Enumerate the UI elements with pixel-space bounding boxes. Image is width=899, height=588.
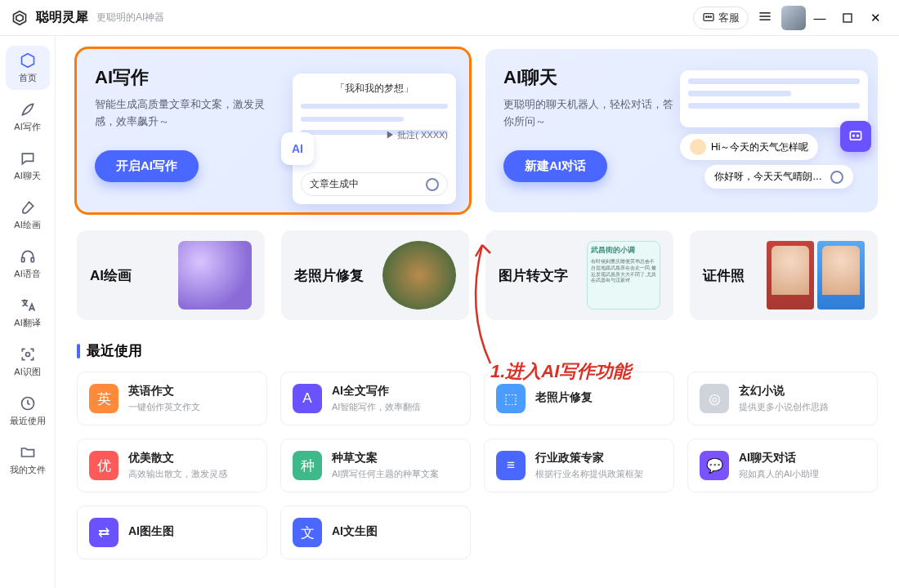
recent-heading: 最近使用 bbox=[77, 341, 878, 360]
sidebar-item-vision[interactable]: AI识图 bbox=[6, 340, 50, 384]
tile-title: 图片转文字 bbox=[499, 266, 568, 285]
sidebar-item-label: AI绘画 bbox=[14, 219, 40, 231]
chat-bubble-1: Hi～今天的天气怎样呢 bbox=[680, 134, 818, 160]
chat-icon bbox=[702, 11, 715, 24]
sidebar-item-label: AI聊天 bbox=[14, 170, 40, 182]
maximize-button[interactable] bbox=[834, 6, 861, 30]
support-button[interactable]: 客服 bbox=[693, 7, 749, 29]
svg-point-13 bbox=[25, 352, 29, 356]
tile-ocr[interactable]: 图片转文字 武昌街的小调 有时候到重庆随便买书总会不自觉地跟武昌所在去走一回,最… bbox=[485, 230, 673, 320]
sidebar-item-write[interactable]: AI写作 bbox=[6, 95, 50, 139]
sidebar-item-translate[interactable]: AI翻译 bbox=[6, 291, 50, 335]
sidebar-item-home[interactable]: 首页 bbox=[6, 46, 50, 90]
new-chat-button[interactable]: 新建AI对话 bbox=[503, 150, 607, 182]
start-writing-button[interactable]: 开启AI写作 bbox=[95, 150, 199, 182]
ai-badge-icon: AI bbox=[281, 132, 314, 165]
sidebar-item-paint[interactable]: AI绘画 bbox=[6, 193, 50, 237]
chat-icon: 💬 bbox=[700, 451, 729, 480]
recent-item[interactable]: 英 英语作文一键创作英文作文 bbox=[77, 372, 267, 425]
novel-icon: ◎ bbox=[700, 384, 729, 413]
grass-icon: 种 bbox=[293, 451, 322, 480]
chat-mock: Hi～今天的天气怎样呢 你好呀，今天天气晴朗… bbox=[680, 70, 868, 189]
recent-item[interactable]: ⇄ AI图生图 bbox=[77, 506, 267, 559]
svg-rect-9 bbox=[843, 14, 852, 22]
tile-photo-restore[interactable]: 老照片修复 bbox=[281, 230, 469, 320]
minimize-button[interactable]: — bbox=[806, 6, 834, 30]
essay-icon: 英 bbox=[89, 384, 119, 413]
recent-item[interactable]: ⬚ 老照片修复 bbox=[484, 372, 674, 425]
mock-doc-title: 「我和我的梦想」 bbox=[301, 82, 448, 96]
sidebar-item-label: 我的文件 bbox=[10, 464, 46, 476]
txt2img-icon: 文 bbox=[293, 518, 322, 547]
svg-rect-11 bbox=[21, 257, 24, 261]
svg-marker-10 bbox=[21, 53, 34, 67]
svg-rect-12 bbox=[31, 257, 34, 261]
hexagon-icon bbox=[830, 171, 843, 184]
prose-icon: 优 bbox=[89, 451, 119, 480]
recent-item[interactable]: 文 AI文生图 bbox=[280, 506, 471, 559]
write-mock-doc: AI 「我和我的梦想」 ▶ 批注( XXXX) 文章生成中 bbox=[293, 74, 456, 204]
ocr-thumb-icon: 武昌街的小调 有时候到重庆随便买书总会不自觉地跟武昌所在去走一回,最近发现武昌所… bbox=[587, 241, 660, 310]
sidebar-item-files[interactable]: 我的文件 bbox=[6, 438, 50, 482]
id-thumb-icon bbox=[767, 241, 865, 310]
recent-item[interactable]: ≡ 行业政策专家根据行业名称提供政策框架 bbox=[484, 439, 674, 492]
policy-icon: ≡ bbox=[496, 451, 526, 480]
app-logo-icon bbox=[10, 8, 29, 28]
mock-note: ▶ 批注( XXXX) bbox=[386, 129, 448, 141]
svg-point-3 bbox=[706, 16, 707, 17]
recent-item[interactable]: A AI全文写作AI智能写作，效率翻倍 bbox=[280, 372, 471, 425]
hero-card-chat[interactable]: AI聊天 更聪明的聊天机器人，轻松对话，答你所问～ 新建AI对话 Hi～今天的天… bbox=[485, 49, 878, 212]
menu-button[interactable] bbox=[757, 8, 773, 28]
sidebar-item-chat[interactable]: AI聊天 bbox=[6, 144, 50, 188]
svg-marker-0 bbox=[14, 11, 26, 24]
main-content: AI写作 智能生成高质量文章和文案，激发灵感，效率飙升～ 开启AI写作 AI 「… bbox=[56, 36, 899, 588]
chat-bubble-2: 你好呀，今天天气晴朗… bbox=[704, 165, 853, 189]
recent-item[interactable]: ◎ 玄幻小说提供更多小说创作思路 bbox=[687, 372, 878, 425]
chat-icon bbox=[20, 150, 36, 168]
clock-icon bbox=[20, 395, 36, 413]
sidebar-item-label: 最近使用 bbox=[10, 415, 46, 427]
sidebar-item-label: AI写作 bbox=[14, 121, 40, 133]
svg-point-16 bbox=[853, 135, 855, 136]
tile-ai-paint[interactable]: AI绘画 bbox=[77, 230, 265, 320]
sidebar: 首页 AI写作 AI聊天 AI绘画 AI语音 AI翻译 AI识图 最近使用 bbox=[0, 36, 56, 588]
sidebar-item-recent[interactable]: 最近使用 bbox=[6, 389, 50, 433]
svg-point-5 bbox=[710, 16, 711, 17]
hero-desc: 更聪明的聊天机器人，轻松对话，答你所问～ bbox=[503, 96, 675, 131]
feather-icon bbox=[20, 101, 36, 119]
paint-thumb-icon bbox=[178, 241, 252, 310]
photo-icon: ⬚ bbox=[496, 384, 526, 413]
close-button[interactable]: ✕ bbox=[861, 6, 889, 30]
recent-item[interactable]: 种 种草文案AI撰写任何主题的种草文案 bbox=[280, 439, 471, 492]
tile-title: 老照片修复 bbox=[294, 266, 364, 285]
sidebar-item-voice[interactable]: AI语音 bbox=[6, 242, 50, 286]
avatar-icon bbox=[690, 139, 706, 155]
recent-item[interactable]: 💬 AI聊天对话宛如真人的AI小助理 bbox=[687, 439, 878, 492]
chat-fab-icon bbox=[840, 121, 871, 152]
recent-item[interactable]: 优 优美散文高效输出散文，激发灵感 bbox=[77, 439, 267, 492]
mock-status-chip: 文章生成中 bbox=[301, 172, 448, 196]
brush-icon bbox=[20, 199, 36, 217]
support-label: 客服 bbox=[718, 11, 740, 25]
hero-card-write[interactable]: AI写作 智能生成高质量文章和文案，激发灵感，效率飙升～ 开启AI写作 AI 「… bbox=[77, 49, 469, 212]
hexagon-icon bbox=[426, 178, 439, 191]
headphone-icon bbox=[20, 248, 36, 266]
svg-point-4 bbox=[708, 16, 709, 17]
svg-rect-15 bbox=[850, 131, 861, 140]
tile-id-photo[interactable]: 证件照 bbox=[690, 230, 878, 320]
folder-icon bbox=[20, 444, 36, 462]
titlebar: 聪明灵犀 更聪明的AI神器 客服 — ✕ bbox=[0, 0, 899, 36]
sidebar-item-label: 首页 bbox=[19, 72, 37, 84]
tile-title: AI绘画 bbox=[90, 266, 132, 285]
img2img-icon: ⇄ bbox=[89, 518, 119, 547]
hero-desc: 智能生成高质量文章和文案，激发灵感，效率飙升～ bbox=[95, 96, 266, 131]
write-icon: A bbox=[293, 384, 322, 413]
svg-point-17 bbox=[857, 135, 859, 136]
sidebar-item-label: AI识图 bbox=[14, 366, 40, 378]
scan-icon bbox=[20, 346, 36, 364]
tile-title: 证件照 bbox=[703, 266, 745, 285]
user-avatar[interactable] bbox=[781, 6, 806, 30]
photo-thumb-icon bbox=[382, 241, 456, 310]
sidebar-item-label: AI翻译 bbox=[14, 317, 40, 329]
app-subtitle: 更聪明的AI神器 bbox=[96, 11, 164, 24]
